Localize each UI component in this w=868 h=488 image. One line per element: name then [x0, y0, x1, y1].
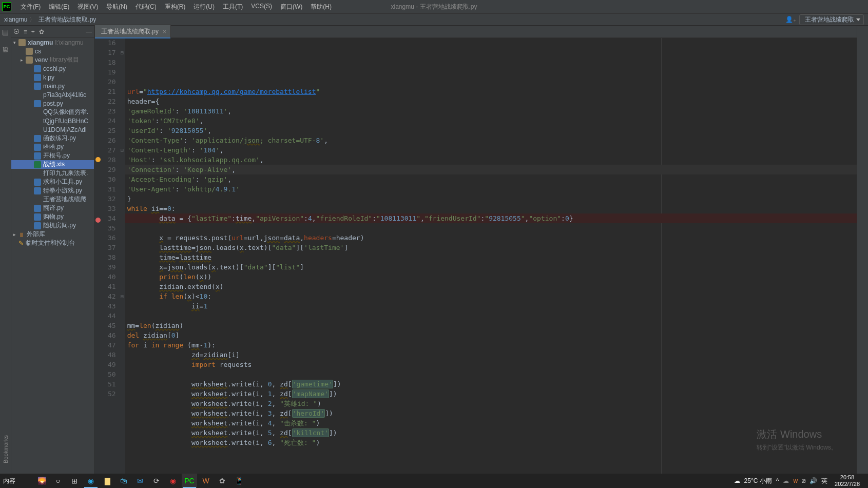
taskbar-explorer-icon[interactable]: ▇	[100, 474, 115, 488]
tray-weather[interactable]: 25°C 小雨	[744, 477, 772, 485]
taskbar-store-icon[interactable]: 🛍	[116, 474, 131, 488]
tree-file[interactable]: post.py	[11, 99, 94, 108]
menu-导航[interactable]: 导航(N)	[102, 3, 131, 11]
taskbar-phone-icon[interactable]: 📱	[231, 474, 246, 488]
tree-file[interactable]: ceshi.py	[11, 64, 94, 73]
left-tool-gutter: ▤ 项目 Bookmarks	[0, 26, 11, 474]
project-toolbar: ⦿ ≡ ÷ ✿ —	[11, 26, 94, 38]
project-tool-icon[interactable]: ▤	[2, 28, 9, 36]
taskbar-search-icon[interactable]: ○	[50, 474, 66, 488]
tree-file[interactable]: 函数练习.py	[11, 134, 94, 143]
taskbar-edge-icon[interactable]: ◉	[83, 474, 99, 488]
close-icon[interactable]: ×	[163, 28, 166, 35]
bookmarks-tool-label[interactable]: Bookmarks	[3, 435, 9, 463]
menu-编辑[interactable]: 编辑(E)	[45, 3, 73, 11]
tree-file[interactable]: tQjgFfUqBBHnC	[11, 116, 94, 125]
tree-file[interactable]: U1DOMjAZcAdl	[11, 125, 94, 134]
tray-clock[interactable]: 20:58 2022/7/28	[832, 474, 863, 487]
taskbar-label: 内容	[0, 477, 31, 485]
navigation-bar: xiangmu 〉 王者营地战绩爬取.py 👤₊ 王者营地战绩爬取	[0, 13, 868, 26]
tray-chevron-up-icon[interactable]: ^	[776, 477, 779, 484]
taskbar-pycharm-icon[interactable]: PC	[182, 474, 197, 488]
tray-date: 2022/7/28	[835, 481, 860, 487]
tray-time: 20:58	[835, 474, 860, 481]
tree-root[interactable]: ▾xiangmuI:\xiangmu	[11, 38, 94, 47]
menu-重构[interactable]: 重构(R)	[161, 3, 190, 11]
tab-label: 王者营地战绩爬取.py	[101, 27, 159, 36]
tree-file[interactable]: 打印九九乘法表.	[11, 169, 94, 178]
run-configuration-label: 王者营地战绩爬取	[805, 15, 854, 24]
tray-weather-icon[interactable]: ☁	[734, 477, 740, 484]
tab-current-file[interactable]: 王者营地战绩爬取.py ×	[94, 25, 171, 38]
tree-folder-venv[interactable]: ▸venvlibrary根目	[11, 55, 94, 64]
tree-file-selected[interactable]: 战绩.xls	[11, 160, 94, 169]
editor-area: 王者营地战绩爬取.py × 16171819202122232425262728…	[94, 26, 857, 474]
menu-窗口[interactable]: 窗口(W)	[276, 3, 306, 11]
breadcrumb-file[interactable]: 王者营地战绩爬取.py	[38, 15, 96, 24]
tree-file[interactable]: 猜拳小游戏.py	[11, 186, 94, 195]
titlebar: PC 文件(F)编辑(E)视图(V)导航(N)代码(C)重构(R)运行(U)工具…	[0, 0, 868, 13]
add-user-icon[interactable]: 👤₊	[785, 16, 796, 23]
tray-onedrive-icon[interactable]: ☁	[783, 477, 789, 484]
pycharm-logo-icon: PC	[2, 2, 11, 11]
tree-folder-cs[interactable]: cs	[11, 47, 94, 55]
expand-all-icon[interactable]: ≡	[24, 28, 27, 35]
run-configuration-dropdown[interactable]: 王者营地战绩爬取	[799, 14, 864, 25]
menu-文件[interactable]: 文件(F)	[16, 3, 45, 11]
main-area: ▤ 项目 Bookmarks ⦿ ≡ ÷ ✿ — ▾xiangmuI:\xian…	[0, 26, 868, 474]
system-tray: ☁ 25°C 小雨 ^ ☁ w ⎚ 🔊 英 20:58 2022/7/28	[734, 474, 868, 487]
tree-file[interactable]: 翻译.py	[11, 204, 94, 212]
tree-external-libs[interactable]: ▸⫼外部库	[11, 230, 94, 239]
taskbar-app-icon[interactable]: ✿	[215, 474, 230, 488]
settings-icon[interactable]: ✿	[39, 28, 44, 35]
window-title: xiangmu - 王者营地战绩爬取.py	[391, 3, 477, 11]
main-menu: 文件(F)编辑(E)视图(V)导航(N)代码(C)重构(R)运行(U)工具(T)…	[16, 3, 336, 11]
menu-帮助[interactable]: 帮助(H)	[306, 3, 336, 11]
taskbar-music-icon[interactable]: ◉	[165, 474, 181, 488]
target-icon[interactable]: ⦿	[13, 28, 20, 35]
tray-app-icon[interactable]: w	[793, 477, 798, 484]
breadcrumb-separator-icon: 〉	[29, 15, 35, 24]
tree-file[interactable]: main.py	[11, 82, 94, 90]
taskbar-mail-icon[interactable]: ✉	[132, 474, 148, 488]
tray-battery-icon[interactable]: ⎚	[802, 477, 805, 484]
code-editor[interactable]: 1617181920212223242526272829303132333435…	[94, 38, 857, 474]
editor-tabs: 王者营地战绩爬取.py ×	[94, 26, 857, 38]
tree-file[interactable]: QQ头像k值穷举.	[11, 108, 94, 116]
menu-视图[interactable]: 视图(V)	[73, 3, 102, 11]
tree-file[interactable]: 购物.py	[11, 212, 94, 221]
menu-代码[interactable]: 代码(C)	[131, 3, 161, 11]
tree-file[interactable]: 哈哈.py	[11, 143, 94, 151]
tree-file[interactable]: 求和小工具.py	[11, 178, 94, 186]
project-tree: ⦿ ≡ ÷ ✿ — ▾xiangmuI:\xiangmucs▸venvlibra…	[11, 26, 94, 474]
hide-icon[interactable]: —	[86, 28, 92, 35]
taskbar-taskview-icon[interactable]: ⊞	[67, 474, 82, 488]
tray-ime[interactable]: 英	[821, 477, 827, 485]
menu-vcs[interactable]: VCS(S)	[247, 3, 276, 11]
tree-file[interactable]: 随机房间.py	[11, 221, 94, 230]
breadcrumb-project[interactable]: xiangmu	[4, 16, 27, 23]
tree-scratches[interactable]: ✎临时文件和控制台	[11, 239, 94, 247]
taskbar-steam-icon[interactable]: ⟳	[149, 474, 164, 488]
windows-taskbar: 内容 🌄 ○ ⊞ ◉ ▇ 🛍 ✉ ⟳ ◉ PC W ✿ 📱 ☁ 25°C 小雨 …	[0, 474, 868, 488]
menu-工具[interactable]: 工具(T)	[219, 3, 247, 11]
tree-file[interactable]: 王者营地战绩爬	[11, 195, 94, 204]
tray-volume-icon[interactable]: 🔊	[809, 477, 817, 484]
tree-file[interactable]: p7ia3qAlxj41l6c	[11, 90, 94, 99]
tree-file[interactable]: 开根号.py	[11, 151, 94, 160]
right-tool-gutter	[857, 26, 868, 474]
taskbar-weather-app-icon[interactable]: 🌄	[34, 474, 49, 488]
taskbar-wps-icon[interactable]: W	[198, 474, 214, 488]
taskbar-apps: 🌄 ○ ⊞ ◉ ▇ 🛍 ✉ ⟳ ◉ PC W ✿ 📱	[34, 474, 246, 488]
menu-运行[interactable]: 运行(U)	[189, 3, 219, 11]
collapse-all-icon[interactable]: ÷	[31, 28, 35, 35]
chevron-down-icon	[856, 18, 860, 21]
tree-file[interactable]: k.py	[11, 73, 94, 82]
